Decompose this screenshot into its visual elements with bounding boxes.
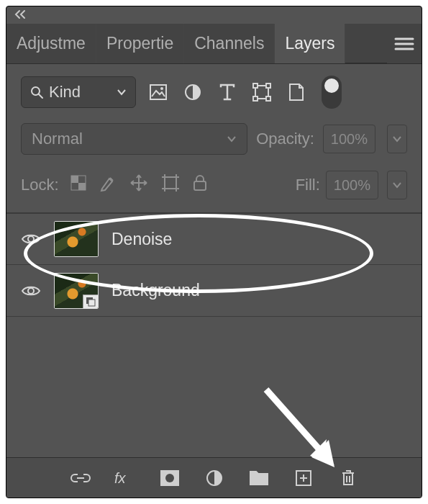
filter-type-label: Kind [49,83,81,102]
visibility-toggle[interactable] [21,233,41,246]
fill-stepper[interactable] [387,171,407,199]
adjustment-layer-icon[interactable] [203,467,226,490]
layer-thumbnail[interactable] [54,221,99,257]
svg-rect-7 [253,96,258,101]
smartobject-filter-icon[interactable] [284,80,309,104]
lock-label: Lock: [21,176,59,194]
visibility-toggle[interactable] [21,284,41,297]
filter-type-select[interactable]: Kind [21,76,136,108]
layer-row[interactable]: Background [6,265,422,317]
type-filter-icon[interactable] [215,80,240,104]
svg-rect-12 [165,177,176,189]
chevron-down-icon [393,182,401,188]
blend-mode-value: Normal [32,130,83,148]
opacity-label: Opacity: [256,130,314,148]
eye-icon [22,233,40,246]
lock-row: Lock: Fill: 100% [6,161,422,212]
layer-filter-row: Kind [6,64,422,116]
svg-text:fx: fx [114,470,127,486]
svg-rect-8 [266,96,270,101]
search-icon [30,86,43,99]
layer-mask-icon[interactable] [158,467,181,490]
blend-mode-select[interactable]: Normal [21,123,247,155]
lock-transparency-icon[interactable] [70,175,86,195]
layer-name[interactable]: Background [111,281,200,300]
chevron-down-icon [393,136,401,142]
layers-bottom-bar: fx [6,457,422,498]
smart-object-badge-icon [83,294,99,309]
svg-rect-10 [71,176,78,183]
group-icon[interactable] [247,467,270,490]
fill-label: Fill: [296,176,320,194]
tab-channels[interactable]: Channels [184,24,275,63]
lock-all-icon[interactable] [193,174,207,196]
layer-effects-icon[interactable]: fx [114,467,137,490]
panel-collapse-button[interactable] [6,6,422,24]
layer-thumbnail[interactable] [54,273,99,309]
tab-layers[interactable]: Layers [275,24,345,63]
svg-line-23 [266,390,324,454]
lock-pixels-icon[interactable] [99,174,117,196]
svg-rect-17 [88,300,95,306]
image-filter-icon[interactable] [146,80,170,104]
chevron-down-icon [117,89,127,96]
adjustment-filter-icon[interactable] [181,80,205,104]
delete-layer-icon[interactable] [337,467,360,490]
layers-panel: Adjustme Propertie Channels Layers Kind [6,6,422,498]
svg-rect-13 [194,181,206,190]
eye-icon [22,284,40,297]
new-layer-icon[interactable] [292,467,315,490]
lock-artboard-icon[interactable] [161,174,180,197]
svg-point-20 [165,474,174,482]
panel-menu-button[interactable] [387,24,422,63]
opacity-stepper[interactable] [387,125,407,153]
svg-rect-6 [266,84,270,88]
panel-tab-bar: Adjustme Propertie Channels Layers [6,24,422,64]
hamburger-icon [395,37,414,50]
layer-row[interactable]: Denoise [6,213,422,265]
svg-point-14 [28,236,34,242]
chevron-down-icon [227,135,237,143]
svg-rect-11 [78,183,86,190]
shape-filter-icon[interactable] [250,80,274,104]
layers-list: Denoise Background [6,212,422,317]
svg-point-2 [160,87,163,90]
svg-rect-5 [253,84,258,88]
opacity-input[interactable]: 100% [323,125,375,153]
link-layers-icon[interactable] [69,467,92,490]
tab-adjustments[interactable]: Adjustme [6,24,96,63]
blend-mode-row: Normal Opacity: 100% [6,116,422,161]
tab-properties[interactable]: Propertie [96,24,184,63]
svg-point-15 [28,288,34,294]
lock-position-icon[interactable] [129,174,148,197]
filter-toggle[interactable] [322,76,342,109]
fill-input[interactable]: 100% [326,171,378,199]
layer-name[interactable]: Denoise [111,230,172,249]
